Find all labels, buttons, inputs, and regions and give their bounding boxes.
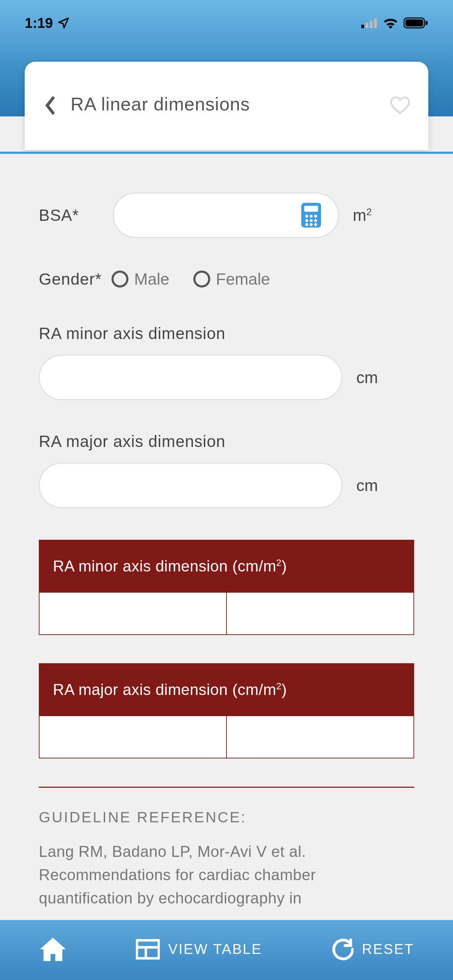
svg-rect-18 [137,940,158,958]
guideline-text: Lang RM, Badano LP, Mor-Avi V et al. Rec… [39,840,414,910]
bottom-bar: VIEW TABLE RESET [0,920,453,980]
status-bar: 1:19 [0,0,453,46]
home-button[interactable] [39,936,67,963]
ra-minor-input[interactable] [39,355,342,400]
reset-icon [331,938,353,961]
svg-rect-5 [405,19,423,27]
result-minor-block: RA minor axis dimension (cm/m2) [39,540,414,635]
result-minor-cell-2 [227,593,413,634]
table-icon [136,939,160,959]
wifi-icon [382,17,399,29]
svg-point-13 [310,219,313,222]
svg-rect-1 [366,22,368,28]
gender-male-label: Male [134,269,169,289]
ra-major-unit: cm [356,476,378,495]
svg-point-16 [310,223,313,226]
svg-point-17 [314,223,317,226]
svg-point-10 [310,215,313,218]
back-icon[interactable] [42,95,56,116]
svg-point-14 [314,219,317,222]
favorite-icon[interactable] [389,95,411,117]
location-icon [57,17,70,29]
result-major-header: RA major axis dimension (cm/m2) [39,663,414,716]
header-card: RA linear dimensions [25,62,428,150]
radio-icon [193,270,210,288]
svg-point-12 [305,219,308,222]
gender-male-radio[interactable]: Male [111,269,169,289]
battery-icon [404,17,428,29]
svg-rect-2 [370,21,373,28]
result-minor-header: RA minor axis dimension (cm/m2) [39,540,414,593]
svg-rect-8 [304,206,318,212]
divider [39,787,414,788]
svg-point-15 [305,223,308,226]
ra-major-label: RA major axis dimension [39,432,414,451]
bsa-unit: m2 [353,206,372,225]
result-minor-cell-1 [40,593,227,634]
cellular-icon [361,18,377,28]
ra-major-input[interactable] [39,463,342,508]
svg-point-9 [305,215,308,218]
view-table-button[interactable]: VIEW TABLE [136,939,262,959]
svg-rect-3 [374,18,377,28]
result-major-block: RA major axis dimension (cm/m2) [39,663,414,759]
gender-label: Gender* [39,269,102,289]
result-major-cell-1 [40,716,227,758]
form-body: BSA* m2 Gender* Male Female R [0,154,453,920]
ra-minor-unit: cm [356,368,378,387]
svg-rect-6 [426,21,428,25]
view-table-label: VIEW TABLE [168,941,262,957]
bsa-label: BSA* [39,206,99,225]
gender-female-radio[interactable]: Female [193,269,270,289]
svg-point-11 [314,215,317,218]
gender-female-label: Female [216,269,270,289]
page-title: RA linear dimensions [71,94,389,115]
svg-rect-0 [361,25,364,28]
calculator-icon[interactable] [301,203,321,228]
status-time: 1:19 [25,15,53,31]
result-major-cell-2 [227,716,413,758]
reset-button[interactable]: RESET [331,938,414,961]
reset-label: RESET [362,941,414,957]
ra-minor-label: RA minor axis dimension [39,324,414,343]
guideline-heading: GUIDELINE REFERENCE: [39,809,414,826]
radio-icon [111,270,129,288]
